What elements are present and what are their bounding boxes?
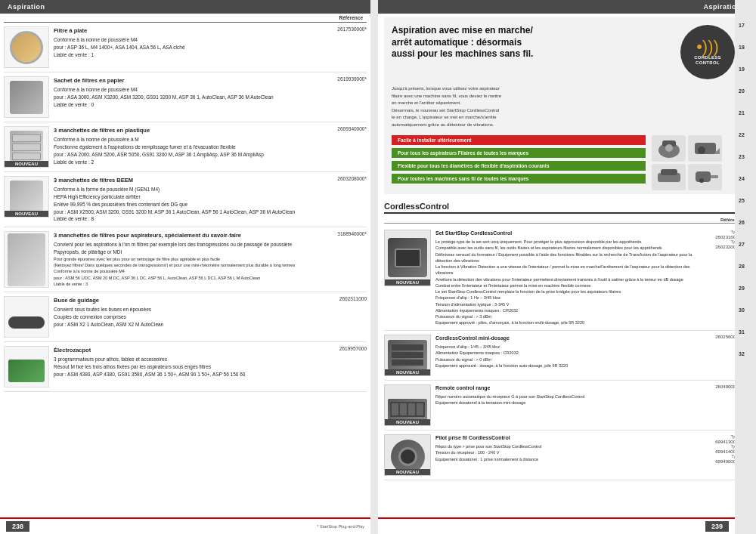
promo-body-text: Jusqu'à présent, lorsque vous utilisez v…	[392, 85, 735, 129]
cc-product-info: CordlessControl mini-dosage Fréquence d'…	[435, 335, 693, 369]
product-details: Couples de connexion comprises pour : AS…	[54, 313, 318, 329]
promo-machines-col	[652, 135, 735, 190]
logo-line2: CONTROL	[696, 60, 720, 65]
product-title: 3 manchettes de filtres pour aspirateurs…	[54, 231, 318, 239]
product-image	[4, 346, 49, 387]
new-badge: NOUVEAU	[385, 469, 430, 475]
product-image: NOUVEAU	[4, 176, 49, 218]
left-footer: 238 * StartStop Plug-and-Play	[0, 517, 370, 534]
new-badge: NOUVEAU	[5, 161, 48, 167]
cc-product-info: Set StartStop CordlessControl Le protège…	[435, 230, 693, 326]
left-products: Référence Filtre à plate Conforme à la n…	[0, 14, 370, 392]
cc-product-image: NOUVEAU	[384, 230, 431, 286]
filter-square-img	[10, 81, 43, 114]
product-details: HEPA High Efficiency particulate airfilt…	[54, 193, 318, 223]
machine-icon-drill	[688, 164, 722, 190]
margin-number: 32	[739, 351, 745, 357]
new-badge: NOUVEAU	[5, 211, 48, 217]
product-ref: 2602311000	[318, 296, 367, 301]
product-info: 3 manchettes de filtres BEEM Conforme à …	[54, 176, 318, 223]
product-subtitle: Conforme à la norme de poussière M4	[54, 36, 318, 44]
machines-grid	[652, 135, 735, 190]
filter-bags2-img	[10, 181, 43, 214]
margin-number: 30	[739, 307, 745, 313]
promo-lower-section: Facile à installer ultérieurement Pour t…	[392, 135, 735, 190]
margin-number: 22	[739, 132, 745, 137]
cc-product-title: Set StartStop CordlessControl	[435, 230, 693, 238]
product-title: Buse de guidage	[54, 296, 318, 304]
product-subtitle: Conforme à la forme de poussière M (GEN1…	[54, 186, 318, 193]
margin-number: 28	[739, 264, 745, 269]
svg-point-5	[698, 147, 705, 154]
new-badge: NOUVEAU	[385, 419, 430, 425]
margin-number: 31	[739, 329, 745, 335]
product-subtitle: Conforme à la norme de poussière à M	[54, 136, 318, 144]
margin-number: 18	[739, 45, 745, 50]
cc-device2-img	[388, 340, 427, 370]
promo-btn-2: Pour tous les aspirateurs Filaires de to…	[392, 148, 646, 158]
right-footer: 239	[378, 517, 735, 534]
product-image	[4, 296, 49, 338]
cc-product-details: Répoi numéro automatique du récepteur G …	[435, 394, 693, 406]
product-image	[4, 231, 49, 288]
product-ref: 2603208000*	[318, 176, 367, 181]
wifi-icon: •)))	[696, 39, 719, 55]
machine-icon-sander	[652, 164, 686, 190]
margin-number: 23	[739, 154, 745, 159]
product-image	[4, 76, 49, 118]
product-title: 3 manchettes de filtres BEEM	[54, 176, 318, 184]
ref-header-label: Référence	[339, 15, 363, 20]
svg-rect-9	[711, 175, 718, 178]
margin-number: 29	[739, 286, 745, 291]
table-row: NOUVEAU 3 manchettes de filtres BEEM Con…	[4, 172, 367, 227]
cc-product-details: Répui du type > prise pour son StartStop…	[435, 443, 693, 462]
left-header-label: Aspiration	[8, 3, 45, 11]
cc-table-row: NOUVEAU Pilot prise fil CordlessControl …	[384, 431, 742, 480]
table-row: NOUVEAU 3 manchettes de filtres en plast…	[4, 122, 367, 172]
product-ref: 2619957000	[318, 346, 367, 351]
product-details: Pour grande épuranes avec les plus pour …	[54, 256, 318, 287]
machine-icon-saw	[688, 135, 722, 162]
product-details: pour : ASP 36 L, M4 1400+, ASA 1404, ASA…	[54, 44, 318, 59]
svg-point-10	[699, 178, 704, 183]
product-ref: 2609340000*	[318, 126, 367, 131]
cc-table-row: NOUVEAU Set StartStop CordlessControl Le…	[384, 226, 742, 331]
margin-number: 25	[739, 198, 745, 203]
product-ref: 2619939000*	[318, 76, 367, 82]
margin-number: 19	[739, 66, 745, 72]
promo-buttons-col: Facile à installer ultérieurement Pour t…	[392, 135, 646, 190]
page-wrapper: Aspiration Référence Filtre à plate Conf…	[0, 0, 756, 534]
table-row: Sachet de filtres en papier Conforme à l…	[4, 73, 367, 122]
promo-btn-3: Fiexible pour tous les diamètres de flex…	[392, 161, 646, 171]
product-info: 3 manchettes de filtres pour aspirateurs…	[54, 231, 318, 287]
product-info: Électrozacpot 3 programmateurs pour atho…	[54, 346, 318, 378]
cc-product-info: Pilot prise fil CordlessControl Répui du…	[435, 434, 693, 462]
table-row: Buse de guidage Convient sous toutes les…	[4, 292, 367, 342]
product-title: Électrozacpot	[54, 346, 318, 354]
footer-footnote: * StartStop Plug-and-Play	[317, 524, 364, 529]
margin-number: 21	[739, 110, 745, 116]
svg-point-2	[665, 144, 673, 152]
promo-btn-1: Facile à installer ultérieurement	[392, 135, 646, 145]
cc-table-row: NOUVEAU CordlessControl mini-dosage Fréq…	[384, 331, 742, 381]
right-header: Aspiration	[378, 0, 748, 14]
cc-product-details: Fréquence d'aliip : 1/45 – 3/45 kloz Ali…	[435, 344, 693, 369]
svg-rect-7	[661, 169, 677, 175]
cordless-control-section: CordlessControl Référence NOUVEAU Set St…	[378, 198, 748, 484]
product-image: NOUVEAU	[4, 126, 49, 168]
margin-number: 26	[739, 220, 745, 225]
box-img	[8, 360, 45, 382]
new-badge: NOUVEAU	[385, 279, 430, 286]
product-details: pour : ASA 3000, ASM X3200, ASM 3200, GS…	[54, 94, 318, 109]
product-image	[4, 26, 49, 68]
cc-table-row: NOUVEAU Remote control range Répoi numér…	[384, 381, 742, 431]
product-info: 3 manchettes de filtres en plastique Con…	[54, 126, 318, 165]
cc-product-title: Pilot prise fil CordlessControl	[435, 434, 693, 443]
left-page: Aspiration Référence Filtre à plate Conf…	[0, 0, 370, 534]
product-details: Résout M fixé les trois athos fixées par…	[54, 363, 318, 378]
promo-head-row: Aspiration avec mise en marche/ arrêt au…	[392, 25, 735, 79]
promo-text-block: Aspiration avec mise en marche/ arrêt au…	[392, 25, 673, 65]
cc-product-details: Le protège-type de la set sert uniq uniq…	[435, 239, 693, 326]
filter-bags-img	[10, 131, 43, 164]
margin-number: 17	[739, 23, 745, 28]
